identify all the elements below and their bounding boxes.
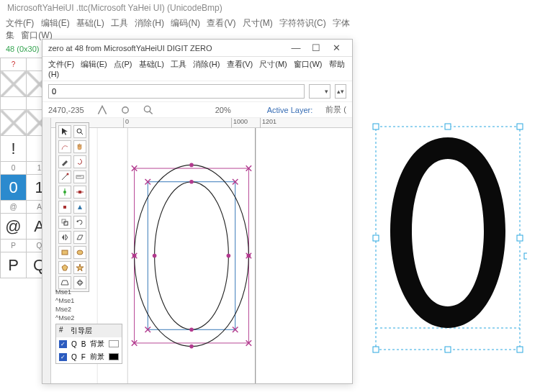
add-curve-tool[interactable] <box>58 186 71 199</box>
menu-file[interactable]: 文件(F) <box>6 18 34 28</box>
glyph-input-row: ▾ ▴▾ <box>42 81 352 102</box>
wordlist-dropdown[interactable]: ▾ <box>309 84 330 99</box>
menu-tools[interactable]: 工具 <box>111 18 128 28</box>
close-button[interactable]: ✕ <box>326 42 346 53</box>
svg-point-19 <box>77 250 83 255</box>
svg-rect-18 <box>62 250 68 255</box>
layer-color-swatch[interactable] <box>109 340 119 347</box>
menu-edit[interactable]: 编辑(E) <box>41 18 70 28</box>
menu-encoding[interactable]: 编码(N) <box>171 18 200 28</box>
add-hv-tool[interactable] <box>73 186 86 199</box>
svg-rect-61 <box>517 124 523 129</box>
scale-tool[interactable] <box>58 216 71 229</box>
vertical-ruler <box>42 118 51 383</box>
ed-menu-metrics[interactable]: 尺寸(M) <box>259 60 287 68</box>
ed-menu-point[interactable]: 点(P) <box>114 60 132 68</box>
svg-rect-65 <box>445 347 451 352</box>
menu-metrics[interactable]: 尺寸(M) <box>243 18 273 28</box>
spiro-tool[interactable] <box>73 155 86 168</box>
glyph-name-input[interactable] <box>48 84 305 99</box>
minimize-button[interactable]: — <box>286 42 306 53</box>
star-tool[interactable] <box>73 261 86 274</box>
poly-tool[interactable] <box>58 261 71 274</box>
svg-point-30 <box>189 345 194 349</box>
svg-point-21 <box>78 280 81 286</box>
main-window-title: MicrosoftYaHeiUI .ttc(Microsoft YaHei UI… <box>0 0 360 16</box>
svg-rect-15 <box>63 206 66 209</box>
svg-point-27 <box>135 165 249 346</box>
ed-menu-file[interactable]: 文件(F) <box>48 60 74 68</box>
magnify-icon[interactable] <box>143 105 153 115</box>
glyph-cell-zero[interactable]: 0 <box>1 175 27 201</box>
svg-rect-59 <box>373 124 379 129</box>
magnify-tool[interactable] <box>73 125 86 138</box>
toggle-icon[interactable] <box>97 105 107 115</box>
svg-point-35 <box>153 254 157 258</box>
svg-point-29 <box>189 163 194 168</box>
skew-tool[interactable] <box>73 231 86 244</box>
horizontal-ruler: 0 1000 1201 <box>51 118 352 128</box>
glyph-row-label: 0 <box>1 162 27 175</box>
svg-point-36 <box>227 254 231 258</box>
glyph-cell-empty[interactable] <box>1 71 27 97</box>
glyph-row-label: P <box>1 240 27 252</box>
svg-line-5 <box>62 174 68 180</box>
layer-row[interactable]: ✓ Q F 前景 <box>56 350 122 363</box>
svg-rect-66 <box>517 347 523 352</box>
layer-visible-checkbox[interactable]: ✓ <box>59 353 67 361</box>
editor-menubar: 文件(F) 编辑(E) 点(P) 基础(L) 工具 消除(H) 查看(V) 尺寸… <box>42 57 352 81</box>
maximize-button[interactable]: ☐ <box>306 42 326 53</box>
svg-line-2 <box>149 111 152 114</box>
svg-rect-63 <box>517 235 523 241</box>
svg-rect-64 <box>373 347 379 352</box>
layer-visible-checkbox[interactable]: ✓ <box>59 340 67 348</box>
glyph-cell-p[interactable]: P <box>1 252 27 278</box>
menu-view[interactable]: 查看(V) <box>207 18 235 28</box>
svg-point-6 <box>67 173 69 176</box>
svg-point-20 <box>77 281 83 284</box>
pen-tool[interactable] <box>58 155 71 168</box>
glyph-cell-exclaim[interactable]: ! <box>1 136 27 162</box>
zoom-readout: 20% <box>215 106 231 114</box>
svg-rect-26 <box>148 182 235 330</box>
layer-row[interactable]: ✓ Q B 背景 <box>56 337 122 350</box>
add-corner-tool[interactable] <box>58 201 71 214</box>
ed-menu-element[interactable]: 基础(L) <box>139 60 164 68</box>
ed-menu-view[interactable]: 查看(V) <box>227 60 253 68</box>
svg-rect-62 <box>373 235 379 241</box>
active-layer-value[interactable]: 前景 ( <box>325 104 346 115</box>
ruler-tool[interactable] <box>73 170 86 183</box>
glyph-editor-window: zero at 48 from MicrosoftYaHeiUI DIGIT Z… <box>42 39 353 384</box>
glyph-cell-at[interactable]: @ <box>1 214 27 240</box>
stepper[interactable]: ▴▾ <box>335 84 346 99</box>
ed-menu-edit[interactable]: 编辑(E) <box>81 60 107 68</box>
layer-color-swatch[interactable] <box>109 353 119 360</box>
pointer-tool[interactable] <box>58 125 71 138</box>
rect-tool[interactable] <box>58 246 71 259</box>
toggle2-icon[interactable] <box>120 105 130 115</box>
menu-hints[interactable]: 消除(H) <box>135 18 164 28</box>
freehand-tool[interactable] <box>58 140 71 153</box>
svg-point-28 <box>155 182 229 330</box>
rotate-tool[interactable] <box>73 216 86 229</box>
ellipse-tool[interactable] <box>73 246 86 259</box>
menu-element[interactable]: 基础(L) <box>76 18 104 28</box>
ed-menu-hints[interactable]: 消除(H) <box>193 60 220 68</box>
hand-tool[interactable] <box>73 140 86 153</box>
glyph-cell-empty[interactable] <box>1 110 27 136</box>
svg-rect-67 <box>524 253 527 259</box>
mouse-info: Mse1 ^Mse1 Mse2 ^Mse2 <box>55 288 74 322</box>
knife-tool[interactable] <box>58 170 71 183</box>
editor-title: zero at 48 from MicrosoftYaHeiUI DIGIT Z… <box>48 44 212 53</box>
coords-readout: 2470,-235 <box>48 106 84 114</box>
tool-palette <box>55 122 89 292</box>
menu-cid[interactable]: 字符符识(C) <box>279 18 326 28</box>
flip-tool[interactable] <box>58 231 71 244</box>
editor-titlebar[interactable]: zero at 48 from MicrosoftYaHeiUI DIGIT Z… <box>42 40 352 57</box>
editor-toolbar: 2470,-235 20% Active Layer: 前景 ( <box>42 102 352 118</box>
ed-menu-window[interactable]: 窗口(W) <box>294 60 323 68</box>
3d-rotate-tool[interactable] <box>73 276 86 289</box>
ed-menu-tools[interactable]: 工具 <box>171 60 186 68</box>
glyph-preview-selection[interactable] <box>369 112 527 371</box>
add-tangent-tool[interactable] <box>73 201 86 214</box>
